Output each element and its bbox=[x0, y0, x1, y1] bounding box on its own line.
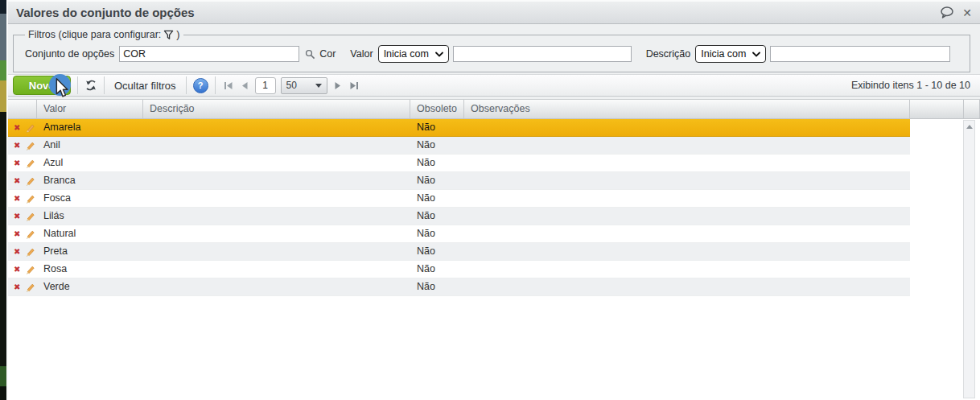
filters-legend-close: ) bbox=[176, 29, 179, 40]
page-number-input[interactable] bbox=[255, 77, 276, 94]
cell-descricao bbox=[143, 225, 410, 242]
delete-icon[interactable]: ✖ bbox=[14, 124, 20, 132]
table-row[interactable]: ✖ Fosca Não bbox=[8, 190, 910, 208]
hide-filters-button[interactable]: Ocultar filtros bbox=[111, 76, 179, 95]
cell-valor: Lilás bbox=[37, 208, 143, 225]
cell-descricao bbox=[143, 208, 410, 225]
column-header-valor[interactable]: Valor bbox=[37, 100, 143, 118]
table-row[interactable]: ✖ Rosa Não bbox=[8, 261, 910, 278]
cell-obsoleto: Não bbox=[410, 190, 464, 207]
edit-pencil-icon[interactable] bbox=[24, 193, 35, 204]
first-page-icon[interactable] bbox=[222, 80, 235, 92]
cell-valor: Branca bbox=[37, 172, 143, 189]
cell-descricao bbox=[143, 278, 410, 295]
table-row[interactable]: ✖ Anil Não bbox=[8, 137, 910, 155]
table-row[interactable]: ✖ Azul Não bbox=[8, 155, 910, 172]
refresh-icon[interactable] bbox=[84, 79, 97, 92]
filters-legend[interactable]: Filtros (clique para configurar: ) bbox=[25, 29, 183, 40]
edit-pencil-icon[interactable] bbox=[24, 122, 35, 134]
column-header-obsoleto[interactable]: Obsoleto bbox=[410, 100, 464, 118]
items-info: Exibindo itens 1 - 10 de 10 bbox=[851, 80, 970, 91]
delete-icon[interactable]: ✖ bbox=[14, 230, 20, 238]
page-size-select[interactable]: 50 bbox=[281, 77, 327, 94]
cell-valor: Anil bbox=[37, 137, 143, 154]
help-icon[interactable]: ? bbox=[193, 78, 208, 93]
descricao-filter-input[interactable] bbox=[770, 46, 950, 62]
cell-descricao bbox=[143, 137, 410, 154]
table-row[interactable]: ✖ Branca Não bbox=[8, 172, 910, 190]
edit-pencil-icon[interactable] bbox=[24, 264, 35, 275]
cell-obsoleto: Não bbox=[410, 225, 464, 242]
row-actions: ✖ bbox=[8, 172, 37, 189]
edit-pencil-icon[interactable] bbox=[24, 211, 35, 222]
cell-descricao bbox=[143, 172, 410, 189]
delete-icon[interactable]: ✖ bbox=[14, 248, 20, 256]
prev-page-icon[interactable] bbox=[240, 80, 250, 92]
column-header-observacoes[interactable]: Observações bbox=[464, 100, 910, 118]
table-row[interactable]: ✖ Preta Não bbox=[8, 243, 910, 261]
cell-obsoleto: Não bbox=[410, 243, 464, 260]
option-set-input[interactable] bbox=[119, 46, 299, 62]
row-actions: ✖ bbox=[8, 208, 37, 225]
valor-filter-input[interactable] bbox=[453, 46, 632, 62]
cell-valor: Fosca bbox=[37, 190, 143, 207]
cell-observacoes bbox=[464, 208, 910, 225]
table-row[interactable]: ✖ Verde Não bbox=[8, 278, 910, 296]
delete-icon[interactable]: ✖ bbox=[14, 159, 20, 167]
next-page-icon[interactable] bbox=[332, 80, 343, 92]
row-actions: ✖ bbox=[8, 155, 37, 171]
toolbar-separator bbox=[77, 76, 78, 94]
cell-obsoleto: Não bbox=[410, 278, 464, 295]
cell-obsoleto: Não bbox=[410, 155, 464, 171]
comment-icon[interactable] bbox=[940, 6, 954, 19]
table-row[interactable]: ✖ Lilás Não bbox=[8, 208, 910, 225]
dropdown-arrow-icon bbox=[315, 84, 322, 88]
cell-observacoes bbox=[464, 119, 910, 136]
column-header-descricao[interactable]: Descrição bbox=[143, 100, 410, 118]
table-row[interactable]: ✖ Amarela Não bbox=[8, 119, 910, 137]
row-actions: ✖ bbox=[8, 137, 37, 154]
edit-pencil-icon[interactable] bbox=[24, 175, 35, 187]
toolbar: Novo Ocultar filtros ? bbox=[8, 74, 980, 97]
option-set-label: Conjunto de opções bbox=[25, 48, 114, 60]
row-actions: ✖ bbox=[8, 119, 37, 136]
toolbar-separator bbox=[104, 76, 105, 94]
dialog-titlebar: Valores do conjunto de opções ✕ bbox=[8, 2, 980, 24]
hide-filters-label: Ocultar filtros bbox=[114, 80, 176, 92]
delete-icon[interactable]: ✖ bbox=[14, 177, 20, 185]
delete-icon[interactable]: ✖ bbox=[14, 142, 20, 150]
column-header-scrollbar-spacer bbox=[963, 100, 980, 118]
edit-pencil-icon[interactable] bbox=[24, 246, 35, 258]
cell-obsoleto: Não bbox=[410, 119, 464, 136]
background-page-strip bbox=[0, 0, 6, 400]
close-icon[interactable]: ✕ bbox=[962, 7, 972, 19]
scrollbar-up-icon[interactable] bbox=[966, 125, 973, 129]
cell-observacoes bbox=[464, 190, 910, 207]
edit-pencil-icon[interactable] bbox=[24, 158, 35, 169]
cell-valor: Verde bbox=[37, 278, 143, 295]
cell-obsoleto: Não bbox=[410, 172, 464, 189]
delete-icon[interactable]: ✖ bbox=[14, 283, 20, 291]
grid-header: Valor Descrição Obsoleto Observações bbox=[8, 100, 980, 119]
vertical-scrollbar[interactable] bbox=[963, 120, 975, 398]
table-row[interactable]: ✖ Natural Não bbox=[8, 225, 910, 243]
edit-pencil-icon[interactable] bbox=[24, 140, 35, 151]
filter-funnel-icon[interactable] bbox=[163, 30, 174, 40]
chevron-down-icon bbox=[752, 52, 760, 57]
delete-icon[interactable]: ✖ bbox=[14, 212, 20, 221]
valor-operator-select[interactable]: Inicia com bbox=[378, 45, 449, 63]
search-icon[interactable] bbox=[305, 49, 315, 60]
row-actions: ✖ bbox=[8, 190, 37, 207]
last-page-icon[interactable] bbox=[348, 80, 360, 92]
cell-observacoes bbox=[464, 261, 910, 278]
screen: { "dialog": { "title": "Valores do conju… bbox=[0, 0, 980, 400]
delete-icon[interactable]: ✖ bbox=[14, 266, 20, 274]
edit-pencil-icon[interactable] bbox=[24, 229, 35, 240]
toolbar-separator bbox=[215, 76, 216, 94]
descricao-operator-select[interactable]: Inicia com bbox=[695, 45, 766, 63]
cell-observacoes bbox=[464, 225, 910, 242]
toolbar-separator bbox=[186, 76, 187, 94]
edit-pencil-icon[interactable] bbox=[24, 282, 35, 293]
cell-valor: Preta bbox=[37, 243, 143, 260]
delete-icon[interactable]: ✖ bbox=[14, 195, 20, 203]
